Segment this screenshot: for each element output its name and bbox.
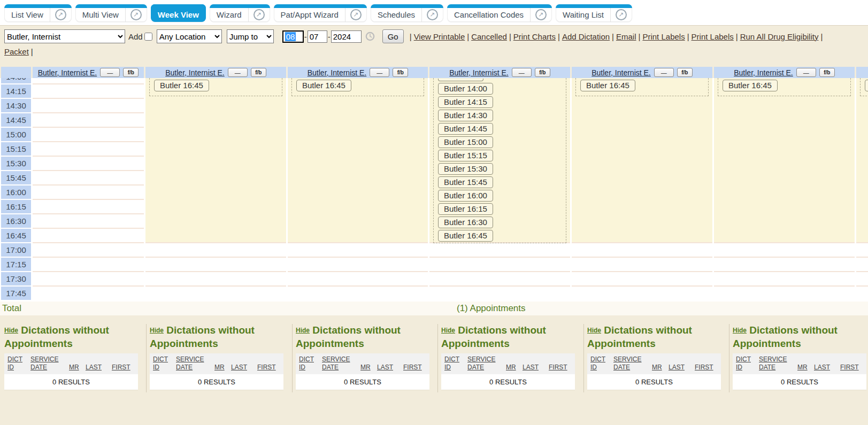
- column-header-link[interactable]: DATE: [613, 364, 630, 372]
- hide-link[interactable]: Hide: [587, 327, 601, 334]
- link-view-printable[interactable]: View Printable: [414, 32, 465, 41]
- column-header-link[interactable]: LAST: [523, 364, 539, 372]
- column-header-link[interactable]: MR: [652, 364, 662, 372]
- schedule-column[interactable]: [33, 78, 144, 302]
- date-year-input[interactable]: [331, 30, 362, 43]
- column-header-link[interactable]: MR: [360, 364, 371, 372]
- column-header-link[interactable]: DICT: [590, 356, 605, 364]
- appointment-button[interactable]: Butler 16:30: [438, 217, 493, 228]
- appointment-button[interactable]: Butler 15:30: [438, 163, 493, 175]
- fb-button[interactable]: f/b: [535, 68, 550, 77]
- link-add-dictation[interactable]: Add Dictation: [562, 32, 610, 41]
- tab-list-view[interactable]: List View↗: [4, 4, 72, 22]
- popout-icon[interactable]: ↗: [535, 9, 547, 20]
- column-header-link[interactable]: FIRST: [549, 364, 567, 372]
- column-header-link[interactable]: DATE: [30, 364, 47, 372]
- column-header-link[interactable]: SERVICE: [759, 356, 787, 364]
- date-month-input[interactable]: 08: [282, 30, 304, 43]
- column-header-link[interactable]: DATE: [322, 364, 339, 372]
- column-header-link[interactable]: ID: [7, 364, 14, 372]
- clock-icon[interactable]: [365, 32, 375, 41]
- column-header-link[interactable]: LAST: [669, 364, 685, 372]
- link-cancelled[interactable]: Cancelled: [471, 32, 507, 41]
- link-print-labels[interactable]: Print Labels: [642, 32, 685, 41]
- hide-link[interactable]: Hide: [441, 327, 455, 334]
- appointment-button[interactable]: Butler 16:45: [296, 80, 351, 91]
- popout-icon[interactable]: ↗: [427, 9, 438, 20]
- fb-button[interactable]: f/b: [251, 68, 266, 77]
- popout-icon[interactable]: ↗: [55, 9, 66, 20]
- provider-link[interactable]: Butler, Internist E.: [38, 68, 97, 77]
- column-header-link[interactable]: FIRST: [112, 364, 130, 372]
- collapse-column-button[interactable]: —: [796, 68, 816, 77]
- column-header-link[interactable]: DATE: [759, 364, 775, 372]
- popout-icon[interactable]: ↗: [130, 9, 142, 20]
- tab-wizard[interactable]: Wizard↗: [210, 4, 270, 22]
- appointment-button[interactable]: Butler 15:00: [438, 136, 493, 148]
- schedule-column[interactable]: Butler 16:45: [572, 78, 712, 302]
- fb-button[interactable]: f/b: [677, 68, 693, 77]
- appointment-button[interactable]: Butler 14:00: [438, 83, 493, 95]
- provider-link[interactable]: Butler, Internist E.: [165, 68, 225, 77]
- appointment-button[interactable]: Butler 15:45: [438, 176, 493, 188]
- fb-button[interactable]: f/b: [393, 68, 408, 77]
- provider-link[interactable]: Butler, Internist E.: [449, 68, 509, 77]
- hide-link[interactable]: Hide: [150, 327, 164, 334]
- column-header-link[interactable]: ID: [736, 364, 742, 372]
- appointment-button[interactable]: Butler 16:15: [438, 203, 493, 215]
- schedule-column[interactable]: Butler 16:45: [145, 78, 286, 302]
- schedule-column[interactable]: Butler 16:45: [714, 78, 855, 302]
- appointment-button[interactable]: Butler 14:15: [438, 96, 493, 108]
- column-header-link[interactable]: SERVICE: [467, 356, 495, 364]
- provider-link[interactable]: Butler, Internist E.: [734, 68, 793, 77]
- link-run-all-drug-eligibility[interactable]: Run All Drug Eligibility: [740, 32, 819, 41]
- location-select[interactable]: Any Location: [157, 29, 222, 43]
- appointment-button[interactable]: Butler 16:45: [580, 80, 635, 91]
- column-header-link[interactable]: LAST: [814, 364, 830, 372]
- column-header-link[interactable]: SERVICE: [322, 356, 350, 364]
- go-button[interactable]: Go: [382, 29, 404, 43]
- popout-icon[interactable]: ↗: [350, 9, 362, 20]
- tab-pat-appt-wizard[interactable]: Pat/Appt Wizard↗: [274, 4, 367, 22]
- column-header-link[interactable]: DICT: [444, 356, 459, 364]
- popout-icon[interactable]: ↗: [616, 9, 627, 20]
- packet-link[interactable]: Packet: [4, 47, 29, 56]
- tab-waiting-list[interactable]: Waiting List↗: [556, 4, 632, 22]
- date-day-input[interactable]: [308, 30, 327, 43]
- provider-link[interactable]: Butler, Internist E.: [592, 68, 651, 77]
- column-header-link[interactable]: DICT: [153, 356, 168, 364]
- link-print-charts[interactable]: Print Charts: [513, 32, 556, 41]
- jump-to-select[interactable]: Jump to: [227, 29, 274, 43]
- column-header-link[interactable]: FIRST: [257, 364, 276, 372]
- appointment-button[interactable]: Butler 16:45: [438, 230, 493, 242]
- popout-icon[interactable]: ↗: [254, 9, 265, 20]
- appointment-button[interactable]: Butler 16:45: [865, 80, 868, 91]
- column-header-link[interactable]: MR: [797, 364, 808, 372]
- schedule-column[interactable]: Butler 14:00Butler 14:15Butler 14:30Butl…: [429, 78, 570, 302]
- hide-link[interactable]: Hide: [733, 327, 747, 334]
- column-header-link[interactable]: LAST: [377, 364, 393, 372]
- schedule-column[interactable]: Butler 16:45: [288, 78, 428, 302]
- column-header-link[interactable]: LAST: [231, 364, 247, 372]
- column-header-link[interactable]: MR: [506, 364, 516, 372]
- collapse-column-button[interactable]: —: [370, 68, 389, 77]
- collapse-column-button[interactable]: —: [100, 68, 120, 77]
- hide-link[interactable]: Hide: [4, 327, 18, 334]
- provider-link[interactable]: Butler, Internist E.: [308, 68, 367, 77]
- column-header-link[interactable]: FIRST: [695, 364, 713, 372]
- hide-link[interactable]: Hide: [296, 327, 310, 334]
- column-header-link[interactable]: SERVICE: [176, 356, 204, 364]
- collapse-column-button[interactable]: —: [654, 68, 674, 77]
- tab-multi-view[interactable]: Multi View↗: [75, 4, 147, 22]
- appointment-button[interactable]: Butler 14:45: [438, 123, 493, 135]
- collapse-column-button[interactable]: —: [228, 68, 248, 77]
- column-header-link[interactable]: ID: [444, 364, 451, 372]
- schedule-column[interactable]: Butler 16:45: [856, 78, 868, 302]
- appointment-button[interactable]: Butler 16:45: [154, 80, 209, 91]
- column-header-link[interactable]: LAST: [86, 364, 102, 372]
- column-header-link[interactable]: MR: [214, 364, 225, 372]
- appointment-button[interactable]: Butler 15:15: [438, 150, 493, 161]
- add-checkbox[interactable]: [144, 33, 152, 41]
- column-header-link[interactable]: ID: [299, 364, 305, 372]
- column-header-link[interactable]: SERVICE: [613, 356, 641, 364]
